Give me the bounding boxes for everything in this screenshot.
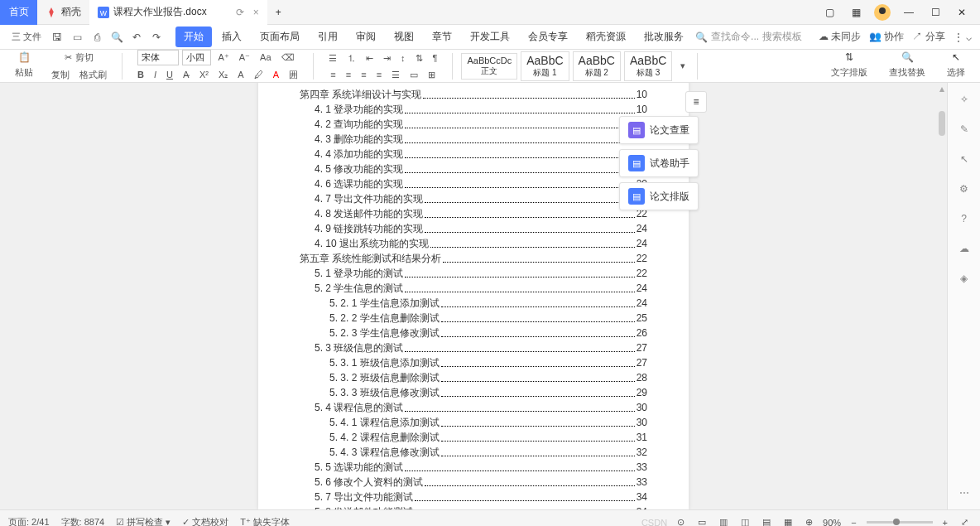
maximize-icon[interactable]: ☐: [925, 2, 945, 22]
toc-entry[interactable]: 4. 5 修改功能的实现17: [300, 162, 647, 176]
chevron-down-icon[interactable]: ⋮ ⌵: [954, 31, 972, 43]
rail-help-icon[interactable]: ?: [956, 210, 973, 227]
zoom-in-icon[interactable]: +: [939, 516, 951, 527]
refresh-icon[interactable]: ⟳: [236, 7, 244, 18]
select-button[interactable]: 选择: [944, 65, 968, 80]
missing-font[interactable]: T⁺ 缺失字体: [240, 516, 290, 526]
toc-entry[interactable]: 5. 2 学生信息的测试24: [300, 281, 647, 296]
rail-nav-icon[interactable]: ◈: [956, 270, 973, 287]
justify-icon[interactable]: ≡: [373, 68, 385, 81]
toc-entry[interactable]: 5. 3. 1 班级信息添加测试27: [300, 355, 647, 370]
highlight-icon[interactable]: 🖊: [251, 68, 267, 81]
shading-icon[interactable]: ▭: [406, 68, 421, 82]
copy-button[interactable]: 复制: [48, 67, 73, 83]
style-more-icon[interactable]: ▾: [677, 59, 689, 73]
bullets-icon[interactable]: ☰: [325, 51, 340, 65]
cursor-icon[interactable]: ↖: [952, 51, 960, 63]
redo-icon[interactable]: ↷: [149, 30, 164, 45]
sub-icon[interactable]: X₂: [215, 68, 231, 82]
menu-tab-6[interactable]: 章节: [424, 27, 460, 47]
spellcheck-toggle[interactable]: ☑ 拼写检查 ▾: [116, 516, 171, 526]
border-icon[interactable]: ⊞: [425, 68, 439, 82]
style-2[interactable]: AaBbC标题 2: [573, 51, 621, 81]
style-1[interactable]: AaBbC标题 1: [521, 51, 569, 81]
underline-icon[interactable]: U: [163, 68, 176, 81]
text-layout-button[interactable]: 文字排版: [828, 65, 871, 80]
style-0[interactable]: AaBbCcDc正文: [461, 53, 517, 80]
numbering-icon[interactable]: ⒈: [343, 51, 359, 66]
menu-tab-2[interactable]: 页面布局: [252, 27, 308, 47]
super-icon[interactable]: X²: [196, 68, 212, 81]
toc-entry[interactable]: 4. 8 发送邮件功能的实现22: [300, 206, 647, 221]
toc-entry[interactable]: 4. 1 登录功能的实现10: [300, 102, 647, 117]
search-command[interactable]: 🔍 查找命令...: [695, 30, 759, 44]
menu-tab-8[interactable]: 会员专享: [520, 27, 576, 47]
sort-icon[interactable]: ⇅: [412, 51, 426, 65]
paste-button[interactable]: 粘贴: [12, 65, 36, 80]
docproof-button[interactable]: ✓ 文档校对: [182, 516, 228, 526]
file-menu[interactable]: 三 文件: [8, 29, 45, 45]
print-icon[interactable]: ⎙: [89, 30, 104, 45]
toc-entry[interactable]: 第四章 系统详细设计与实现10: [300, 87, 647, 102]
view-check-icon[interactable]: ⊙: [674, 515, 688, 526]
font-select[interactable]: 宋体: [137, 50, 179, 65]
align-center-icon[interactable]: ≡: [343, 68, 354, 81]
scroll-thumb[interactable]: [939, 111, 945, 136]
layout-icon[interactable]: ▢: [819, 2, 839, 22]
preview-icon[interactable]: 🔍: [109, 30, 124, 45]
cut-button[interactable]: ✂ 剪切: [61, 50, 96, 65]
size-select[interactable]: 小四: [182, 50, 211, 65]
view-focus-icon[interactable]: ▦: [781, 515, 795, 526]
toc-entry[interactable]: 5. 2. 3 学生信息修改测试26: [300, 326, 647, 340]
toc-entry[interactable]: 5. 5 选课功能的测试33: [300, 460, 647, 475]
toc-entry[interactable]: 4. 10 退出系统功能的实现24: [300, 236, 647, 251]
side-tool-2[interactable]: ▤论文排版: [619, 182, 699, 210]
brush-button[interactable]: 格式刷: [76, 67, 110, 83]
zoom-slider[interactable]: [867, 521, 933, 524]
outdent-icon[interactable]: ⇤: [363, 51, 377, 65]
menu-tab-4[interactable]: 审阅: [348, 27, 384, 47]
char-border-icon[interactable]: 囲: [286, 67, 301, 83]
tab-daoke[interactable]: 稻壳: [37, 0, 89, 25]
dec-size-icon[interactable]: A⁻: [236, 51, 253, 65]
sync-status[interactable]: ☁ 未同步: [819, 30, 861, 44]
zoom-out-icon[interactable]: −: [848, 516, 859, 527]
zoom-reset-icon[interactable]: ⊕: [802, 515, 816, 526]
menu-tab-0[interactable]: 开始: [175, 27, 212, 47]
toc-entry[interactable]: 4. 9 链接跳转功能的实现24: [300, 221, 647, 236]
share-button[interactable]: ↗ 分享: [912, 30, 944, 44]
toc-entry[interactable]: 5. 8 发送邮件功能测试34: [300, 504, 647, 509]
menu-tab-10[interactable]: 批改服务: [636, 27, 692, 47]
minimize-icon[interactable]: —: [899, 2, 919, 22]
paste-icon[interactable]: 📋: [18, 51, 31, 63]
inc-size-icon[interactable]: A⁺: [214, 51, 232, 65]
menu-tab-5[interactable]: 视图: [386, 27, 422, 47]
textlayout-icon[interactable]: ⇅: [845, 51, 853, 63]
grid-icon[interactable]: ▦: [846, 2, 866, 22]
clear-fmt-icon[interactable]: ⌫: [278, 51, 298, 65]
toc-entry[interactable]: 第五章 系统性能测试和结果分析22: [300, 251, 647, 266]
menu-tab-3[interactable]: 引用: [310, 27, 346, 47]
view-web-icon[interactable]: ◫: [737, 515, 752, 526]
toc-entry[interactable]: 5. 3. 3 班级信息修改测试29: [300, 385, 647, 400]
rail-settings-icon[interactable]: ⚙: [956, 181, 973, 197]
indent-icon[interactable]: ⇥: [380, 51, 394, 65]
document-area[interactable]: 第四章 系统详细设计与实现104. 1 登录功能的实现104. 2 查询功能的实…: [0, 83, 947, 509]
toc-entry[interactable]: 5. 4. 1 课程信息添加测试30: [300, 415, 647, 430]
style-gallery[interactable]: AaBbCcDc正文AaBbC标题 1AaBbC标题 2AaBbC标题 3: [461, 51, 672, 81]
avatar[interactable]: [872, 2, 892, 22]
toc-entry[interactable]: 5. 1 登录功能的测试22: [300, 266, 647, 281]
menu-tab-7[interactable]: 开发工具: [462, 27, 518, 47]
toc-entry[interactable]: 5. 7 导出文件功能测试34: [300, 490, 647, 504]
align-left-icon[interactable]: ≡: [327, 68, 339, 81]
menu-tab-9[interactable]: 稻壳资源: [578, 27, 634, 47]
tab-home[interactable]: 首页: [0, 0, 37, 25]
align-right-icon[interactable]: ≡: [358, 68, 369, 81]
toc-entry[interactable]: 4. 4 添加功能的实现16: [300, 147, 647, 162]
toc-entry[interactable]: 5. 4. 3 课程信息修改测试32: [300, 445, 647, 460]
font-outline-icon[interactable]: A: [234, 68, 247, 81]
italic-icon[interactable]: I: [151, 68, 160, 81]
view-read-icon[interactable]: ▥: [716, 515, 731, 526]
collab-button[interactable]: 👥 协作: [869, 30, 904, 44]
close-icon[interactable]: ✕: [952, 2, 972, 22]
